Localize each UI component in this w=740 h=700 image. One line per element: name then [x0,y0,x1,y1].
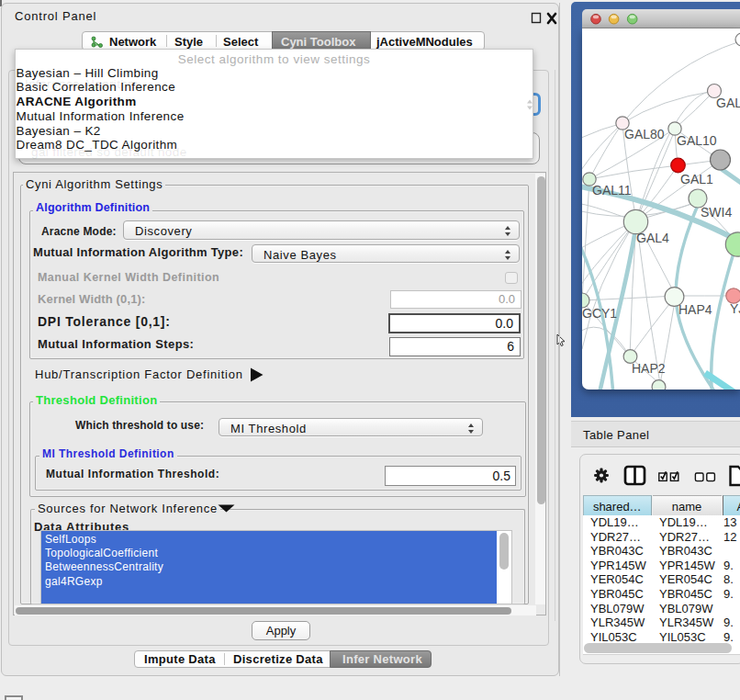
svg-text:GAL10: GAL10 [677,133,717,148]
svg-text:GCY1: GCY1 [582,306,617,321]
svg-text:SWI4: SWI4 [701,205,732,220]
svg-text:GAL2: GAL2 [716,96,740,110]
svg-text:GAL1: GAL1 [680,172,713,186]
svg-text:HAP2: HAP2 [632,361,666,376]
svg-text:HAP4: HAP4 [678,302,712,317]
svg-text:GAL80: GAL80 [624,127,665,141]
svg-text:YJ: YJ [730,301,740,316]
svg-text:GAL11: GAL11 [592,183,632,198]
svg-text:GAL4: GAL4 [636,231,669,245]
